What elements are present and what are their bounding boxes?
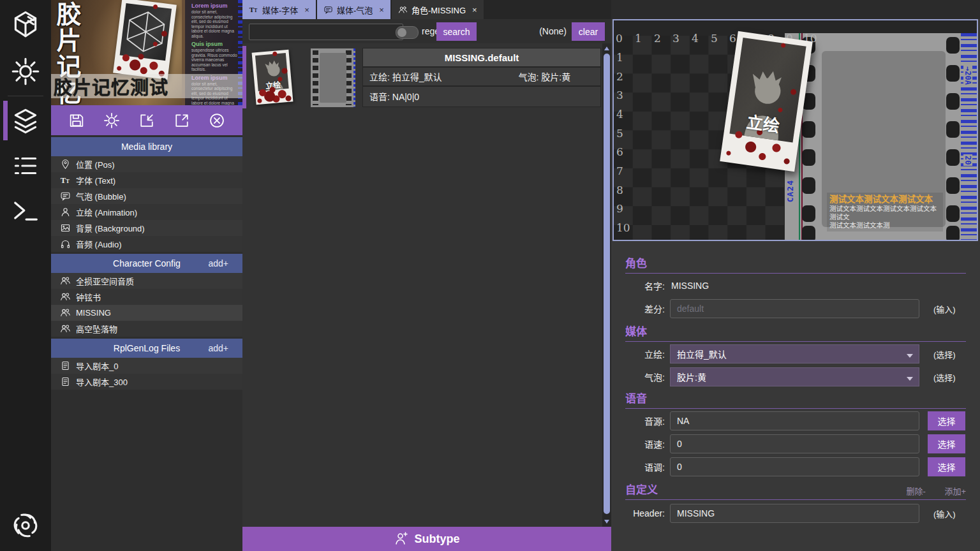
subtype-bar[interactable]: Subtype <box>242 527 611 551</box>
add-custom-button[interactable]: 添加+ <box>944 487 966 496</box>
section-divider <box>625 408 966 409</box>
media-list: 立绘 MISSING.default 立绘: 拍立得_默认 气泡: 胶片:黄 <box>242 43 611 527</box>
add-character-button[interactable]: add+ <box>208 258 228 268</box>
toggle-knob <box>397 28 406 37</box>
import-button[interactable] <box>136 110 158 131</box>
film-right-code-top: →20A <box>963 65 972 86</box>
library-item-bubble[interactable]: 气泡 (Bubble) <box>51 188 242 204</box>
settings-nav-button[interactable] <box>0 54 51 89</box>
voice-source-input[interactable] <box>670 411 919 430</box>
tab-character-missing[interactable]: 角色-MISSING× <box>392 0 484 19</box>
animation-row: 立绘: 拍立得_默认 (选择) <box>625 344 966 364</box>
character-item[interactable]: 高空坠落物 <box>51 321 242 337</box>
list-nav-button[interactable] <box>0 148 51 184</box>
row-title: MISSING.default <box>363 48 600 68</box>
scroll-up-arrow[interactable] <box>604 47 609 50</box>
tab-close-icon[interactable]: × <box>304 5 309 15</box>
log-file-item[interactable]: 导入剧本_300 <box>51 374 242 390</box>
tab-close-icon[interactable]: × <box>472 5 477 15</box>
library-item-animation[interactable]: 立绘 (Animation) <box>51 204 242 220</box>
project-panel: 胶片记忆 Lorem ipsumdolor sit amet, consecte… <box>51 0 242 551</box>
tab-media-bubble[interactable]: 媒体-气泡× <box>317 0 390 19</box>
ruler-number: 1 <box>635 32 642 45</box>
spiral-nav-button[interactable] <box>0 508 51 543</box>
diff-input[interactable] <box>670 299 919 318</box>
custom-header-row: Header: (输入) <box>625 504 966 523</box>
section-media-title: 媒体 <box>625 323 966 339</box>
section-character-title: 角色 <box>625 255 966 270</box>
row-info-table: MISSING.default 立绘: 拍立得_默认 气泡: 胶片:黄 语音: … <box>362 48 601 107</box>
regex-toggle[interactable] <box>396 26 419 39</box>
name-value: MISSING <box>670 281 709 291</box>
library-item-pos[interactable]: 位置 (Pos) <box>51 156 242 172</box>
film-sprockets <box>313 50 318 105</box>
preview-canvas[interactable]: CA24 →20A 20 测试文本测试文本测试文本 测试文本测试文本测试文本测试… <box>612 19 978 241</box>
character-config-header[interactable]: Character Configadd+ <box>51 254 242 273</box>
dialog-text-block: 测试文本测试文本测试文本 测试文本测试文本测试文本测试文本测试文 测试文本测试文… <box>827 193 943 231</box>
input-hint: (输入) <box>933 303 956 315</box>
character-item[interactable]: 全损亚空间音质 <box>51 273 242 289</box>
animation-dropdown[interactable]: 拍立得_默认 <box>670 344 919 364</box>
input-hint: (输入) <box>933 508 956 520</box>
voice-source-select-button[interactable]: 选择 <box>928 411 965 430</box>
dialog-header-text: 测试文本测试文本测试文本 <box>829 195 940 205</box>
search-input[interactable] <box>249 24 403 40</box>
rplgenlog-files-header[interactable]: RplGenLog Filesadd+ <box>51 339 242 358</box>
ruler-number: 6 <box>616 145 623 158</box>
library-item-background[interactable]: 背景 (Background) <box>51 220 242 236</box>
scroll-down-arrow[interactable] <box>604 520 609 524</box>
media-library-header[interactable]: Media library <box>51 137 242 156</box>
voice-pitch-select-button[interactable]: 选择 <box>928 457 965 476</box>
select-hint: (选择) <box>933 348 956 360</box>
ruler-number: 5 <box>711 32 718 45</box>
project-banner[interactable]: 胶片记忆 Lorem ipsumdolor sit amet, consecte… <box>51 0 242 105</box>
section-divider <box>625 273 966 274</box>
voice-rate-select-button[interactable]: 选择 <box>928 434 965 453</box>
character-item[interactable]: 钟铉书 <box>51 289 242 305</box>
dialog-body-text: 测试文本测试文本测 <box>829 221 940 230</box>
terminal-nav-button[interactable] <box>0 193 51 228</box>
row-voice-cell: 语音: NA|0|0 <box>363 87 600 106</box>
dialog-body-text: 测试文本测试文本测试文本测试文本测试文 <box>829 205 940 221</box>
section-voice-title: 语音 <box>625 390 966 406</box>
selection-indicator <box>242 46 246 108</box>
close-project-button[interactable] <box>206 110 228 131</box>
search-selected-label: (None) <box>522 26 567 36</box>
film-right-code-bottom: 20 <box>963 154 972 166</box>
delete-custom-button[interactable]: 删除- <box>906 487 925 496</box>
save-button[interactable] <box>66 110 87 131</box>
media-library-list: 位置 (Pos) 字体 (Text) 气泡 (Bubble) 立绘 (Anima… <box>51 156 242 252</box>
custom-header-input[interactable] <box>670 504 919 523</box>
media-list-row[interactable]: 立绘 MISSING.default 立绘: 拍立得_默认 气泡: 胶片:黄 <box>242 46 604 108</box>
voice-rate-input[interactable] <box>670 434 919 453</box>
row-media-cells: 立绘: 拍立得_默认 气泡: 胶片:黄 <box>363 68 600 87</box>
log-file-item[interactable]: 导入剧本_0 <box>51 358 242 374</box>
bubble-thumbnail <box>311 48 355 107</box>
inspector-form: 角色 名字: MISSING 差分: (输入) 媒体 立绘: 拍立得_默认 (选… <box>611 250 980 551</box>
banner-polaroid-photo <box>120 3 172 61</box>
subtype-label: Subtype <box>414 533 459 546</box>
character-item-missing[interactable]: MISSING <box>51 305 242 321</box>
project-settings-button[interactable] <box>101 110 122 131</box>
tab-media-font[interactable]: 媒体-字体× <box>242 0 316 19</box>
voice-pitch-input[interactable] <box>670 457 919 476</box>
media-nav-button[interactable] <box>0 103 51 139</box>
clear-button[interactable]: clear <box>572 22 605 41</box>
scrollbar-thumb[interactable] <box>604 54 610 514</box>
export-button[interactable] <box>171 110 193 131</box>
library-item-audio[interactable]: 音频 (Audio) <box>51 236 242 252</box>
list-scrollbar[interactable] <box>602 43 611 527</box>
search-button[interactable]: search <box>436 22 477 41</box>
tab-close-icon[interactable]: × <box>379 5 384 15</box>
section-custom-title: 自定义 删除- 添加+ <box>625 481 966 497</box>
banner-title-band: 胶片记忆测试 <box>51 74 242 98</box>
app-logo-button[interactable] <box>0 6 51 42</box>
app-rail <box>0 0 51 551</box>
library-item-text[interactable]: 字体 (Text) <box>51 172 242 188</box>
active-nav-indicator <box>3 101 8 140</box>
ruler-number: 9 <box>616 202 623 215</box>
bubble-dropdown[interactable]: 胶片:黄 <box>670 367 919 386</box>
select-hint: (选择) <box>933 371 956 383</box>
film-bubble-preview: CA24 →20A 20 测试文本测试文本测试文本 测试文本测试文本测试文本测试… <box>785 33 977 240</box>
add-log-button[interactable]: add+ <box>208 343 228 353</box>
